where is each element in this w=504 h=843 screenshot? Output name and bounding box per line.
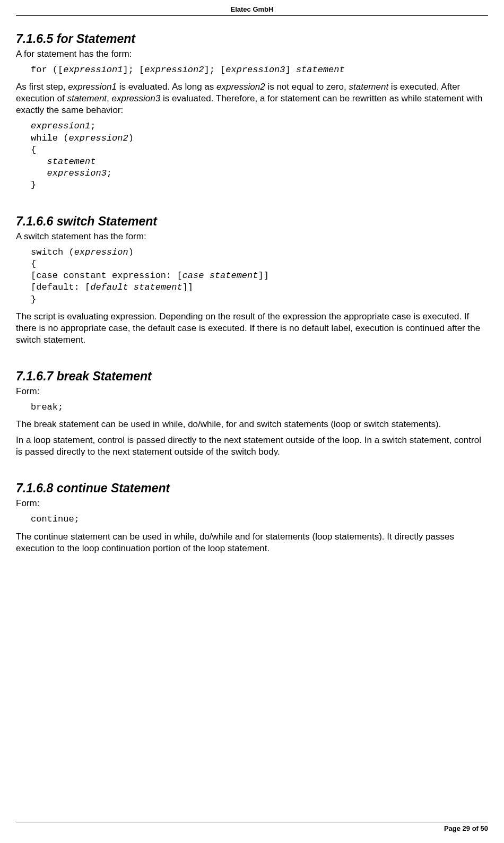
- text-run: is evaluated. As long as: [117, 82, 216, 92]
- code-text: switch (: [31, 247, 74, 257]
- page-footer: Page 29 of 50: [16, 822, 488, 832]
- page-header: Elatec GmbH: [16, 5, 488, 16]
- code-italic: expression3: [225, 65, 285, 75]
- code-italic: expression1: [31, 121, 90, 131]
- text-italic: expression3: [112, 93, 161, 103]
- text-run: is not equal to zero,: [265, 82, 349, 92]
- switch-syntax-code: switch (expression) { [case constant exp…: [31, 247, 488, 305]
- code-text: }: [31, 180, 36, 190]
- code-italic: expression3: [47, 168, 107, 178]
- code-text: ): [128, 247, 134, 257]
- footer-page-number: Page 29 of 50: [444, 824, 488, 832]
- code-text: }: [31, 294, 36, 305]
- continue-description: The continue statement can be used in wh…: [16, 531, 488, 554]
- code-italic: expression2: [68, 133, 128, 143]
- continue-syntax-code: continue;: [31, 514, 488, 525]
- for-description: As first step, expression1 is evaluated.…: [16, 81, 488, 116]
- page-container: Elatec GmbH 7.1.6.5 for Statement A for …: [0, 0, 504, 843]
- code-italic: expression: [74, 247, 128, 257]
- header-company: Elatec GmbH: [231, 5, 274, 13]
- for-intro: A for statement has the form:: [16, 48, 488, 60]
- code-text: ]; [: [204, 65, 225, 75]
- code-text: ;: [90, 121, 95, 131]
- text-italic: statement: [67, 93, 107, 103]
- code-text: ]: [285, 65, 296, 75]
- page-content: 7.1.6.5 for Statement A for statement ha…: [16, 16, 488, 554]
- code-text: while (: [31, 133, 68, 143]
- heading-switch-statement: 7.1.6.6 switch Statement: [16, 214, 488, 229]
- code-italic: default statement: [90, 282, 182, 292]
- text-italic: expression2: [216, 82, 265, 92]
- code-text: [default: [: [31, 282, 90, 292]
- code-italic: expression2: [144, 65, 204, 75]
- text-italic: expression1: [68, 82, 117, 92]
- for-equivalent-code: expression1; while (expression2) { state…: [31, 120, 488, 191]
- code-text: [case constant expression: [: [31, 271, 183, 281]
- code-text: ]]: [183, 282, 193, 292]
- heading-continue-statement: 7.1.6.8 continue Statement: [16, 481, 488, 496]
- heading-for-statement: 7.1.6.5 for Statement: [16, 32, 488, 46]
- heading-break-statement: 7.1.6.7 break Statement: [16, 369, 488, 384]
- break-form-label: Form:: [16, 386, 488, 397]
- text-run: ,: [107, 93, 111, 103]
- break-description-2: In a loop statement, control is passed d…: [16, 434, 488, 458]
- code-text: break;: [31, 402, 63, 412]
- code-italic: expression1: [63, 65, 123, 75]
- code-italic: case statement: [183, 271, 258, 281]
- code-text: [31, 168, 47, 178]
- code-text: {: [31, 259, 36, 269]
- code-italic: statement: [47, 157, 96, 167]
- continue-form-label: Form:: [16, 498, 488, 509]
- text-run: As first step,: [16, 82, 68, 92]
- code-text: continue;: [31, 514, 80, 524]
- break-syntax-code: break;: [31, 402, 488, 413]
- code-italic: statement: [296, 65, 345, 75]
- code-text: ]; [: [123, 65, 144, 75]
- for-syntax-code: for ([expression1]; [expression2]; [expr…: [31, 64, 488, 76]
- switch-description: The script is evaluating expression. Dep…: [16, 311, 488, 346]
- code-text: {: [31, 145, 36, 155]
- code-text: ;: [107, 168, 112, 178]
- switch-intro: A switch statement has the form:: [16, 231, 488, 242]
- text-italic: statement: [349, 82, 388, 92]
- break-description-1: The break statement can be used in while…: [16, 419, 488, 430]
- code-text: ]]: [258, 271, 268, 281]
- code-text: for ([: [31, 65, 63, 75]
- code-text: ): [128, 133, 134, 143]
- code-text: [31, 157, 47, 167]
